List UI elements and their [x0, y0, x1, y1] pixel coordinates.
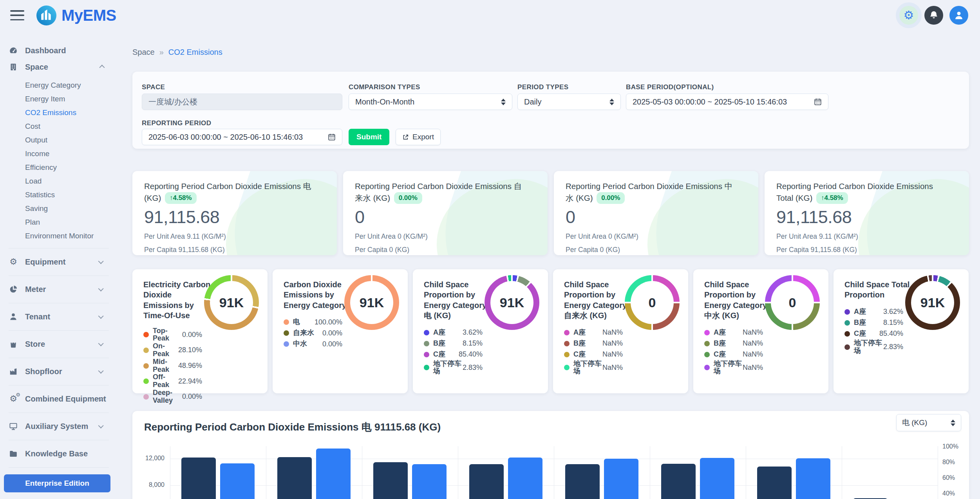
legend-item-c座[interactable]: C座85.40% [424, 349, 483, 360]
legend-value: 0.00% [182, 393, 202, 401]
legend-item-地下停车场[interactable]: 地下停车场2.83% [844, 339, 903, 355]
legend-item-a座[interactable]: A座NaN% [704, 327, 763, 338]
sidebar-item-equipment[interactable]: ⚙Equipment [9, 248, 109, 270]
legend-item-地下停车场[interactable]: 地下停车场2.83% [424, 360, 483, 376]
sidebar-subitem-income[interactable]: Income [25, 147, 109, 160]
sidebar-subitem-saving[interactable]: Saving [25, 202, 109, 215]
legend-label: A座 [854, 308, 883, 316]
select-updown-icon [501, 99, 506, 105]
bar-base-period-day1 [181, 458, 216, 499]
bar-reporting-period-day7 [796, 458, 830, 499]
submit-button[interactable]: Submit [349, 129, 389, 145]
building-icon [9, 62, 18, 72]
sidebar-item-store[interactable]: Store [9, 330, 109, 352]
sidebar-item-label: Shopfloor [25, 367, 62, 376]
sidebar-subitem-output[interactable]: Output [25, 133, 109, 147]
enterprise-edition-button[interactable]: Enterprise Edition [4, 474, 110, 492]
legend-item-b座[interactable]: B座NaN% [704, 338, 763, 349]
factory-icon [9, 367, 18, 376]
hamburger-menu-icon[interactable] [10, 10, 24, 20]
per-unit-area-text: Per Unit Area 0 (KG/M²) [355, 232, 536, 241]
chevron-down-icon [98, 341, 104, 346]
sidebar-subitem-energy-item[interactable]: Energy Item [25, 92, 109, 106]
energy-category-select[interactable]: 电 (KG) [896, 414, 961, 431]
sidebar-subitem-cost[interactable]: Cost [25, 119, 109, 133]
comparison-types-select[interactable]: Month-On-Month [349, 94, 512, 110]
bar-base-period-day6 [661, 464, 696, 499]
sidebar-item-space[interactable]: SpaceEnergy CategoryEnergy ItemCO2 Emiss… [9, 59, 109, 243]
legend-item-a座[interactable]: A座3.62% [844, 306, 903, 317]
sidebar-item-dashboard[interactable]: Dashboard [9, 42, 109, 59]
stat-cards-row: Reporting Period Carbon Dioxide Emission… [132, 171, 969, 255]
legend-item-c座[interactable]: C座NaN% [704, 349, 763, 360]
legend-item-a座[interactable]: A座3.62% [424, 327, 483, 338]
myems-logo-icon [36, 5, 57, 26]
legend-dot-icon [844, 309, 850, 315]
legend-label: 地下停车场 [854, 339, 883, 355]
comparison-types-value: Month-On-Month [355, 97, 414, 106]
sidebar-item-tenant[interactable]: Tenant [9, 303, 109, 325]
gridline-vertical [554, 446, 554, 499]
legend-item-地下停车场[interactable]: 地下停车场NaN% [704, 360, 763, 376]
per-capita-text: Per Capita 0 (KG) [566, 246, 747, 254]
legend-item-deep-valley[interactable]: Deep-Valley0.00% [143, 389, 202, 405]
sidebar-subitem-energy-category[interactable]: Energy Category [25, 78, 109, 92]
donut-legend: 电100.00%自来水0.00%中水0.00% [284, 317, 342, 349]
sidebar-subitem-environment-monitor[interactable]: Environment Monitor [25, 229, 109, 243]
sidebar-subitem-efficiency[interactable]: Efficiency [25, 160, 109, 174]
space-input[interactable]: 一度城/办公楼 [142, 94, 342, 110]
legend-item-电[interactable]: 电100.00% [284, 317, 342, 328]
sidebar-subitem-co2-emissions[interactable]: CO2 Emissions [25, 106, 109, 119]
legend-item-c座[interactable]: C座NaN% [564, 349, 623, 360]
legend-dot-icon [284, 330, 289, 336]
legend-item-中水[interactable]: 中水0.00% [284, 339, 342, 349]
legend-item-b座[interactable]: B座8.15% [844, 317, 903, 328]
sidebar-item-combined-equipment[interactable]: ⚙⚙Combined Equipment [9, 385, 109, 407]
donut-card-6: Child Space Total ProportionA座3.62%B座8.1… [834, 269, 969, 393]
sidebar-subitem-statistics[interactable]: Statistics [25, 188, 109, 202]
reporting-period-datepicker[interactable]: 2025-06-03 00:00:00 ~ 2025-06-10 15:46:0… [142, 129, 342, 145]
sidebar-subitem-label: Environment Monitor [25, 232, 94, 240]
legend-item-b座[interactable]: B座8.15% [424, 338, 483, 349]
sidebar-subitem-label: Saving [25, 204, 48, 213]
export-button[interactable]: Export [396, 129, 441, 145]
period-types-value: Daily [524, 97, 541, 106]
legend-value: 0.00% [182, 331, 202, 339]
legend-item-top-peak[interactable]: Top-Peak0.00% [143, 327, 202, 343]
stat-card-value: 91,115.68 [776, 207, 957, 227]
gridline-vertical [842, 446, 842, 499]
legend-item-自来水[interactable]: 自来水0.00% [284, 328, 342, 339]
breadcrumb-space-link[interactable]: Space [132, 48, 155, 57]
reporting-period-label: REPORTING PERIOD [142, 119, 211, 127]
sidebar-subitem-label: Load [25, 177, 42, 186]
legend-item-mid-peak[interactable]: Mid-Peak48.96% [143, 358, 202, 374]
y-axis-tick: 12,000 [132, 455, 165, 462]
legend-item-地下停车场[interactable]: 地下停车场NaN% [564, 360, 623, 376]
calendar-icon [328, 133, 336, 141]
space-value: 一度城/办公楼 [148, 97, 198, 107]
legend-item-off-peak[interactable]: Off-Peak22.94% [143, 373, 202, 389]
legend-item-b座[interactable]: B座NaN% [564, 338, 623, 349]
sidebar-item-knowledge-base[interactable]: Knowledge Base [9, 440, 109, 462]
secondary-axis-tick: 60% [942, 474, 955, 481]
legend-value: 0.00% [322, 340, 342, 348]
legend-label: A座 [573, 329, 602, 337]
gridline-vertical [458, 446, 458, 499]
legend-item-on-peak[interactable]: On-Peak28.10% [143, 342, 202, 358]
donut-legend: A座3.62%B座8.15%C座85.40%地下停车场2.83% [844, 306, 903, 355]
sidebar-item-auxiliary-system[interactable]: Auxiliary System [9, 413, 109, 434]
legend-item-a座[interactable]: A座NaN% [564, 327, 623, 338]
stat-card-1: Reporting Period Carbon Dioxide Emission… [132, 171, 337, 255]
legend-label: 电 [293, 318, 315, 326]
sidebar-item-shopfloor[interactable]: Shopfloor [9, 358, 109, 380]
legend-item-c座[interactable]: C座85.40% [844, 328, 903, 339]
sidebar-subitem-plan[interactable]: Plan [25, 215, 109, 229]
myems-logo[interactable]: MyEMS [36, 5, 116, 26]
sidebar-subitem-label: CO2 Emissions [25, 108, 76, 117]
sidebar-subitem-load[interactable]: Load [25, 174, 109, 188]
donut-legend: Top-Peak0.00%On-Peak28.10%Mid-Peak48.96%… [143, 327, 202, 405]
sidebar-item-meter[interactable]: Meter [9, 276, 109, 297]
legend-dot-icon [424, 365, 429, 370]
period-types-select[interactable]: Daily [517, 94, 621, 110]
base-period-datepicker[interactable]: 2025-05-03 00:00:00 ~ 2025-05-10 15:46:0… [626, 94, 828, 110]
